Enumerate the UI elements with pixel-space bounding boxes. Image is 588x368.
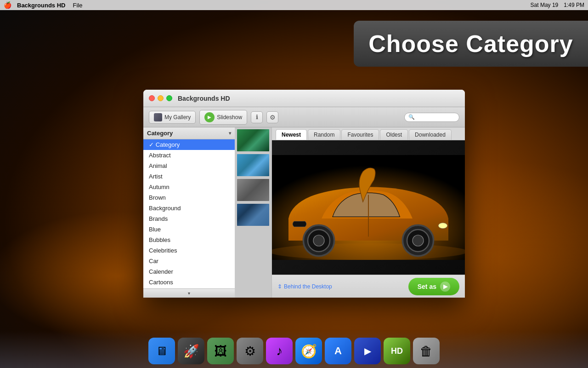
right-panel: Newest Random Favourites Oldest Download…	[272, 127, 465, 298]
gear-icon: ⚙	[270, 114, 276, 121]
tab-newest[interactable]: Newest	[276, 129, 307, 140]
menubar-date: Sat May 19	[531, 2, 559, 8]
svg-point-1	[272, 243, 465, 260]
car-svg	[272, 140, 465, 275]
category-item-abstract[interactable]: Abstract	[143, 150, 235, 161]
thumbnail-3[interactable]	[236, 178, 270, 202]
chevron-down-icon: ▾	[229, 131, 231, 136]
tab-downloaded[interactable]: Downloaded	[409, 129, 452, 140]
category-item-cartoons[interactable]: Cartoons	[143, 277, 235, 288]
search-input[interactable]	[417, 114, 458, 121]
category-item-blue[interactable]: Blue	[143, 224, 235, 235]
category-item-brands[interactable]: Brands	[143, 213, 235, 224]
dock-launchpad[interactable]: 🚀	[178, 338, 204, 364]
thumbnail-4[interactable]	[236, 203, 270, 227]
category-item-bubbles[interactable]: Bubbles	[143, 235, 235, 245]
thumbnail-1[interactable]	[236, 128, 270, 152]
content-area: Category ▾ Category Abstract Animal Arti…	[143, 127, 465, 298]
category-list: Category Abstract Animal Artist Autumn B…	[143, 139, 235, 288]
play-icon: ▶	[204, 112, 215, 122]
itunes-icon: ♪	[276, 344, 283, 358]
hd-icon: HD	[391, 346, 403, 356]
maximize-button[interactable]	[166, 95, 172, 101]
gallery-icon	[154, 113, 162, 121]
toolbar: My Gallery ▶ Slideshow ℹ ⚙ 🔍	[143, 107, 465, 127]
category-item-category[interactable]: Category	[143, 139, 235, 150]
bottom-bar: ⇕ Behind the Desktop Set as ▶	[272, 275, 465, 298]
thumbnail-2[interactable]	[236, 153, 270, 177]
tab-oldest[interactable]: Oldest	[380, 129, 408, 140]
tab-random[interactable]: Random	[308, 129, 340, 140]
dock-appstore[interactable]: A	[325, 338, 351, 364]
set-as-arrow-icon: ▶	[440, 282, 450, 292]
search-icon: 🔍	[408, 114, 415, 120]
category-item-celebrities[interactable]: Celebrities	[143, 245, 235, 256]
thumbnail-image-1	[237, 129, 269, 151]
image-viewer: ⇕ Behind the Desktop Set as ▶	[272, 140, 465, 298]
sort-tabs: Newest Random Favourites Oldest Download…	[272, 127, 465, 140]
svg-point-9	[438, 223, 447, 229]
main-image	[272, 140, 465, 275]
my-gallery-button[interactable]: My Gallery	[149, 111, 196, 124]
thumbnail-image-4	[237, 204, 269, 226]
svg-point-8	[413, 235, 424, 246]
set-as-button[interactable]: Set as ▶	[408, 278, 459, 295]
trash-icon: 🗑	[420, 344, 433, 359]
choose-category-title: Choose Category	[368, 30, 573, 58]
category-item-background[interactable]: Background	[143, 203, 235, 213]
traffic-lights	[149, 95, 172, 101]
behind-desktop-link[interactable]: ⇕ Behind the Desktop	[277, 283, 332, 290]
dock-finder[interactable]: 🖥	[148, 338, 175, 364]
quicktime-icon: ▶	[364, 345, 371, 356]
window-title: Backgrounds HD	[178, 95, 230, 102]
behind-desktop-label: Behind the Desktop	[284, 283, 332, 290]
search-box[interactable]: 🔍	[404, 113, 459, 122]
slideshow-button[interactable]: ▶ Slideshow	[199, 110, 247, 125]
category-item-artist[interactable]: Artist	[143, 171, 235, 182]
dock-trash[interactable]: 🗑	[413, 338, 440, 364]
category-item-car[interactable]: Car	[143, 256, 235, 266]
apple-menu[interactable]: 🍎	[4, 1, 11, 9]
dock: 🖥 🚀 🖼 ⚙ ♪ 🧭 A ▶ HD 🗑	[0, 331, 588, 368]
settings-button[interactable]: ⚙	[266, 111, 278, 123]
menubar-right: Sat May 19 1:49 PM	[531, 2, 584, 8]
category-item-autumn[interactable]: Autumn	[143, 182, 235, 192]
category-item-brown[interactable]: Brown	[143, 192, 235, 203]
dock-itunes[interactable]: ♪	[266, 338, 293, 364]
category-header-label: Category	[147, 130, 173, 137]
menubar-time: 1:49 PM	[564, 2, 584, 8]
close-button[interactable]	[149, 95, 155, 101]
titlebar: Backgrounds HD	[143, 90, 465, 107]
minimize-button[interactable]	[158, 95, 164, 101]
thumbnail-strip	[235, 127, 272, 298]
behind-desktop-icon: ⇕	[277, 283, 282, 290]
dropdown-scroll-down[interactable]: ▾	[143, 288, 235, 298]
category-item-animal[interactable]: Animal	[143, 161, 235, 171]
menubar-file[interactable]: File	[73, 2, 82, 9]
dock-safari[interactable]: 🧭	[295, 338, 322, 364]
dock-quicktime[interactable]: ▶	[354, 338, 381, 364]
category-dropdown-panel: Category ▾ Category Abstract Animal Arti…	[143, 127, 235, 298]
app-window: Backgrounds HD My Gallery ▶ Slideshow ℹ …	[143, 90, 465, 298]
svg-point-5	[313, 235, 324, 246]
choose-category-banner: Choose Category	[354, 21, 588, 67]
category-dropdown-header[interactable]: Category ▾	[143, 127, 235, 139]
category-item-calender[interactable]: Calender	[143, 266, 235, 277]
my-gallery-label: My Gallery	[164, 114, 191, 121]
dock-photos[interactable]: 🖼	[207, 338, 234, 364]
tab-favourites[interactable]: Favourites	[341, 129, 379, 140]
set-as-label: Set as	[418, 283, 436, 290]
photos-icon: 🖼	[214, 344, 227, 359]
dock-backgrounds-hd[interactable]: HD	[384, 338, 410, 364]
dock-system-prefs[interactable]: ⚙	[237, 338, 263, 364]
safari-icon: 🧭	[301, 344, 317, 359]
thumbnail-image-3	[237, 179, 269, 201]
info-icon: ℹ	[256, 114, 258, 121]
appstore-icon: A	[334, 345, 342, 357]
thumbnail-image-2	[237, 154, 269, 176]
launchpad-icon: 🚀	[183, 344, 199, 359]
slideshow-label: Slideshow	[217, 114, 242, 121]
info-button[interactable]: ℹ	[251, 111, 263, 123]
system-prefs-icon: ⚙	[244, 344, 256, 359]
menubar-app-name[interactable]: Backgrounds HD	[17, 2, 65, 9]
